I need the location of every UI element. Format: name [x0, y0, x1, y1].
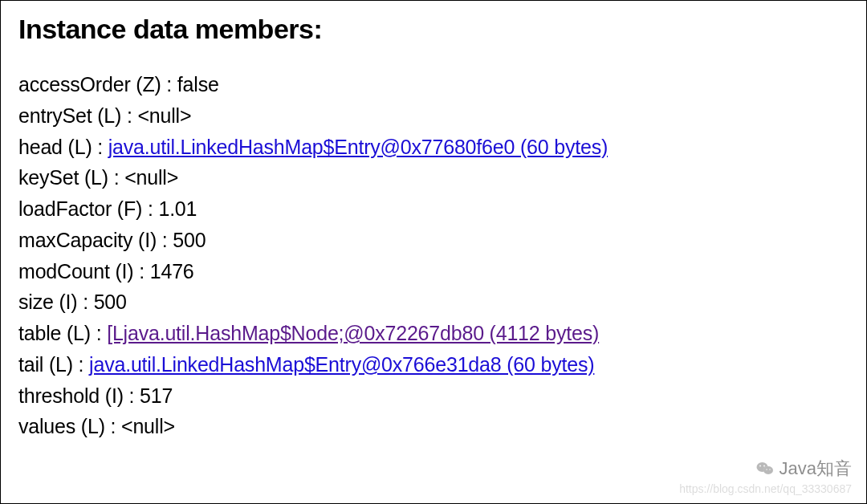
- member-value: 1.01: [158, 197, 197, 220]
- member-row: values (L) : <null>: [18, 411, 849, 442]
- member-label: tail (L) :: [18, 353, 89, 376]
- member-label: entrySet (L) :: [18, 104, 137, 127]
- member-row: loadFactor (F) : 1.01: [18, 193, 849, 225]
- svg-point-2: [763, 466, 773, 474]
- member-row: table (L) : [Ljava.util.HashMap$Node;@0x…: [18, 318, 849, 349]
- member-value: false: [177, 73, 219, 96]
- member-row: keySet (L) : <null>: [18, 162, 849, 193]
- member-label: loadFactor (F) :: [18, 197, 158, 220]
- member-label: keySet (L) :: [18, 166, 124, 189]
- member-label: table (L) :: [18, 322, 107, 344]
- member-label: modCount (I) :: [18, 260, 150, 282]
- svg-point-5: [766, 469, 767, 469]
- svg-point-6: [769, 469, 770, 469]
- watermark-brand-text: Java知音: [779, 457, 852, 481]
- member-row: head (L) : java.util.LinkedHashMap$Entry…: [18, 132, 849, 163]
- member-value: 517: [140, 384, 173, 407]
- watermark: Java知音 https://blog.csdn.net/qq_33330687: [679, 457, 852, 495]
- member-value-link[interactable]: java.util.LinkedHashMap$Entry@0x77680f6e…: [108, 136, 608, 158]
- member-value-link[interactable]: [Ljava.util.HashMap$Node;@0x72267db80 (4…: [107, 322, 599, 344]
- member-value: 500: [173, 229, 206, 251]
- member-label: head (L) :: [18, 136, 108, 158]
- members-list: accessOrder (Z) : falseentrySet (L) : <n…: [18, 69, 849, 442]
- member-row: entrySet (L) : <null>: [18, 100, 849, 132]
- member-row: size (I) : 500: [18, 287, 849, 318]
- member-row: maxCapacity (I) : 500: [18, 225, 849, 256]
- wechat-icon: [755, 459, 775, 478]
- member-value: <null>: [137, 104, 191, 127]
- member-value: <null>: [124, 166, 178, 189]
- svg-point-4: [763, 465, 765, 467]
- member-row: accessOrder (Z) : false: [18, 69, 849, 100]
- member-row: tail (L) : java.util.LinkedHashMap$Entry…: [18, 349, 849, 380]
- member-row: modCount (I) : 1476: [18, 256, 849, 287]
- member-value: 1476: [150, 260, 194, 282]
- member-label: values (L) :: [18, 415, 121, 437]
- member-label: size (I) :: [18, 291, 94, 313]
- watermark-url: https://blog.csdn.net/qq_33330687: [679, 482, 852, 495]
- member-value: 500: [94, 291, 127, 313]
- member-row: threshold (I) : 517: [18, 380, 849, 412]
- member-label: maxCapacity (I) :: [18, 229, 173, 251]
- member-value-link[interactable]: java.util.LinkedHashMap$Entry@0x766e31da…: [89, 353, 594, 376]
- member-label: accessOrder (Z) :: [18, 73, 177, 96]
- watermark-brand-row: Java知音: [679, 457, 852, 481]
- member-label: threshold (I) :: [18, 384, 140, 407]
- member-value: <null>: [121, 415, 175, 437]
- svg-point-3: [759, 465, 761, 467]
- section-heading: Instance data members:: [18, 14, 849, 45]
